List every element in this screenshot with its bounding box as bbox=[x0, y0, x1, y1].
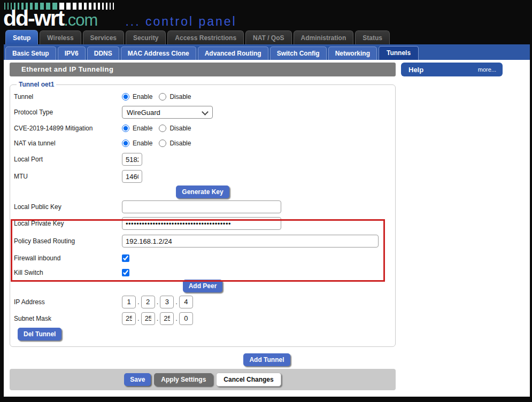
sub-tab-label: MAC Address Clone bbox=[128, 50, 189, 57]
protocol-type-row: Protocol Type WireGuard bbox=[10, 104, 395, 120]
local-private-key-row: Local Private Key bbox=[10, 215, 395, 232]
main-tab-label: Security bbox=[133, 34, 158, 42]
sub-tab[interactable]: DDNS bbox=[87, 47, 119, 60]
local-port-input[interactable] bbox=[122, 153, 142, 166]
main-tab[interactable]: Setup bbox=[5, 30, 38, 44]
sub-tab[interactable]: IPV6 bbox=[58, 47, 86, 60]
sub-tab-label: Tunnels bbox=[387, 49, 411, 57]
octet-dot: . bbox=[155, 314, 160, 322]
add-peer-button[interactable]: Add Peer bbox=[183, 280, 223, 292]
ip-octet-input[interactable] bbox=[141, 296, 155, 308]
subnet-mask-octets: . . . . bbox=[122, 312, 193, 325]
main-tab-label: Status bbox=[363, 34, 382, 42]
save-button[interactable]: Save bbox=[124, 373, 151, 386]
logo-tld-text: .com bbox=[64, 12, 97, 28]
generate-key-button[interactable]: Generate Key bbox=[176, 185, 229, 198]
sub-tab[interactable]: Tunnels bbox=[379, 46, 419, 60]
subnet-octet-input[interactable] bbox=[141, 312, 155, 325]
add-tunnel-button[interactable]: Add Tunnel bbox=[243, 353, 290, 366]
nat-via-tunnel-row: NAT via tunnel Enable Disable bbox=[10, 136, 395, 151]
policy-based-routing-row: Policy Based Routing bbox=[10, 232, 395, 250]
main-tab-label: NAT / QoS bbox=[253, 34, 284, 42]
sub-tab[interactable]: Advanced Routing bbox=[198, 47, 268, 60]
sub-tab-label: IPV6 bbox=[65, 50, 79, 57]
octet-dot: . bbox=[174, 314, 179, 322]
content-area: Ethernet and IP Tunneling Help more... T… bbox=[4, 60, 530, 397]
cve-disable-label: Disable bbox=[169, 125, 191, 132]
firewall-inbound-label: Firewall inbound bbox=[14, 254, 122, 262]
sub-tab-label: Switch Config bbox=[277, 50, 320, 57]
main-tab[interactable]: NAT / QoS bbox=[245, 30, 291, 44]
help-panel[interactable]: Help more... bbox=[401, 63, 503, 76]
local-public-key-input[interactable] bbox=[122, 200, 281, 213]
cancel-changes-button[interactable]: Cancel Changes bbox=[216, 373, 281, 386]
main-tab-label: Setup bbox=[13, 34, 30, 42]
subnet-octet-input[interactable] bbox=[160, 312, 174, 325]
main-tab[interactable]: Access Restrictions bbox=[167, 30, 244, 44]
ip-address-octets: . . . . bbox=[122, 296, 193, 308]
main-tab-label: Administration bbox=[301, 34, 346, 42]
subnet-octet-input[interactable] bbox=[179, 312, 193, 325]
cve-disable-radio[interactable] bbox=[159, 125, 166, 132]
main-tab[interactable]: Status bbox=[355, 30, 390, 44]
title-row: Ethernet and IP Tunneling Help more... bbox=[4, 60, 530, 76]
tunnel-disable-radio[interactable] bbox=[159, 93, 166, 100]
main-tab[interactable]: Administration bbox=[294, 30, 354, 44]
octet-dot: . bbox=[174, 298, 179, 306]
firewall-inbound-row: Firewall inbound bbox=[10, 250, 395, 266]
nat-enable-radio[interactable] bbox=[122, 140, 129, 147]
main-tab-label: Services bbox=[90, 34, 117, 42]
local-public-key-row: Local Public Key bbox=[10, 199, 395, 215]
sub-tab[interactable]: MAC Address Clone bbox=[121, 47, 196, 60]
tunnel-row: Tunnel Enable Disable bbox=[10, 89, 395, 104]
apply-settings-button[interactable]: Apply Settings bbox=[154, 373, 213, 386]
nat-disable-radio[interactable] bbox=[159, 140, 166, 147]
add-tunnel-row: Add Tunnel bbox=[4, 353, 530, 366]
ip-address-row: IP Address . . . bbox=[10, 293, 395, 311]
cve-mitigation-label: CVE-2019-14899 Mitigation bbox=[14, 125, 122, 132]
subnet-octet-input[interactable] bbox=[122, 312, 136, 325]
local-private-key-input[interactable] bbox=[122, 217, 281, 230]
octet-dot: . bbox=[155, 298, 160, 306]
help-label: Help bbox=[408, 66, 423, 74]
policy-based-routing-input[interactable] bbox=[122, 235, 379, 248]
protocol-type-label: Protocol Type bbox=[14, 109, 122, 116]
sub-tab-label: DDNS bbox=[94, 50, 112, 57]
kill-switch-checkbox[interactable] bbox=[122, 269, 129, 276]
main-tab-label: Wireless bbox=[47, 34, 73, 42]
logo-text: dd-wrt bbox=[3, 7, 64, 29]
sub-nav-bar: Basic Setup IPV6 DDNS MAC Address Clone … bbox=[4, 44, 530, 60]
subnet-mask-row: Subnet Mask . . . bbox=[10, 311, 395, 326]
sub-tab[interactable]: Switch Config bbox=[270, 47, 327, 60]
add-peer-row: Add Peer bbox=[10, 279, 395, 293]
footer-action-bar: Save Apply Settings Cancel Changes bbox=[10, 369, 396, 390]
page-header: dd-wrt .com ... control panel bbox=[0, 0, 532, 29]
cve-enable-radio[interactable] bbox=[122, 125, 129, 132]
main-tab[interactable]: Wireless bbox=[40, 30, 81, 44]
ip-octet-input[interactable] bbox=[179, 296, 193, 308]
main-tab[interactable]: Security bbox=[126, 30, 166, 44]
protocol-type-select[interactable]: WireGuard bbox=[122, 106, 213, 119]
help-more-link[interactable]: more... bbox=[478, 66, 496, 73]
tunnel-oet1-fieldset: Tunnel oet1 Tunnel Enable Disable Protoc… bbox=[10, 81, 396, 347]
tunnel-label: Tunnel bbox=[14, 93, 122, 100]
nat-via-tunnel-label: NAT via tunnel bbox=[14, 140, 122, 147]
local-port-label: Local Port bbox=[14, 156, 122, 163]
sub-tab[interactable]: Basic Setup bbox=[5, 47, 56, 60]
mtu-label: MTU bbox=[14, 173, 122, 180]
main-nav-tabs: Setup Wireless Services Security Access … bbox=[0, 29, 532, 44]
mtu-input[interactable] bbox=[122, 170, 142, 183]
main-tab[interactable]: Services bbox=[83, 30, 124, 44]
tunnel-enable-radio[interactable] bbox=[122, 93, 129, 100]
mtu-row: MTU bbox=[10, 168, 395, 185]
fieldset-legend: Tunnel oet1 bbox=[17, 81, 56, 88]
firewall-inbound-checkbox[interactable] bbox=[122, 254, 129, 262]
logo: dd-wrt .com ... control panel bbox=[3, 7, 237, 29]
cve-mitigation-row: CVE-2019-14899 Mitigation Enable Disable bbox=[10, 120, 395, 136]
ip-octet-input[interactable] bbox=[122, 296, 136, 308]
protocol-select-wrap: WireGuard bbox=[122, 106, 213, 119]
del-tunnel-button[interactable]: Del Tunnel bbox=[18, 328, 61, 341]
sub-tab[interactable]: Networking bbox=[328, 47, 377, 60]
tunnel-disable-label: Disable bbox=[169, 93, 191, 100]
ip-octet-input[interactable] bbox=[160, 296, 174, 308]
